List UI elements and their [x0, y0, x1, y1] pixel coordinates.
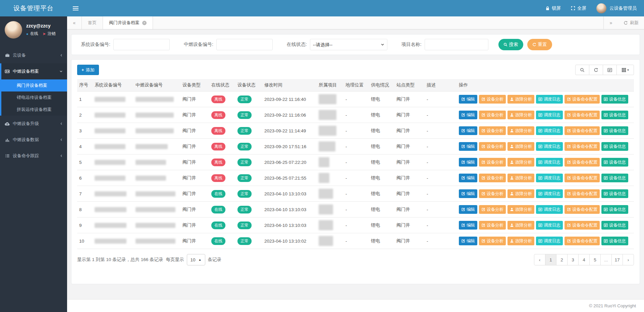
fault-analysis-button[interactable]: 故障分析 — [507, 142, 534, 151]
prev-page-button[interactable]: ‹ — [534, 254, 545, 265]
sidebar-subitem[interactable]: 锂电远传设备档案 — [1, 91, 67, 104]
toggle-view-button[interactable] — [603, 65, 617, 75]
fault-analysis-button[interactable]: 故障分析 — [507, 174, 534, 182]
dispatch-log-button[interactable]: 调度日志 — [536, 237, 563, 245]
search-button[interactable]: 搜索 — [498, 39, 523, 50]
device-analysis-button[interactable]: 设备分析 — [479, 221, 506, 230]
device-info-button[interactable]: 设备信息 — [601, 237, 628, 245]
device-analysis-button[interactable]: 设备分析 — [479, 174, 506, 182]
device-info-button[interactable]: 设备信息 — [601, 126, 628, 135]
device-info-button[interactable]: 设备信息 — [601, 221, 628, 230]
show-search-button[interactable] — [575, 65, 589, 75]
device-analysis-button[interactable]: 设备分析 — [479, 237, 506, 245]
page-size-select[interactable]: 10 ▲ — [187, 254, 205, 265]
edit-button[interactable]: 编辑 — [459, 237, 477, 245]
sidebar-subitem[interactable]: 拼装远传设备档案 — [1, 104, 67, 116]
hamburger-icon[interactable] — [67, 6, 84, 10]
sidebar-item[interactable]: 设备命令跟踪 — [0, 148, 67, 164]
dispatch-log-button[interactable]: 调度日志 — [536, 95, 563, 104]
logout-link[interactable]: 注销 — [48, 31, 56, 37]
user-menu[interactable]: 云设备管理员 — [596, 3, 637, 13]
device-command-config-button[interactable]: 设备命令配置 — [565, 158, 600, 167]
reset-button[interactable]: 重置 — [527, 39, 552, 50]
edit-button[interactable]: 编辑 — [459, 142, 477, 151]
online-state-select[interactable]: --请选择-- — [310, 39, 387, 50]
page-button[interactable]: 17 — [611, 254, 623, 265]
project-name-input[interactable] — [425, 39, 488, 50]
device-analysis-button[interactable]: 设备分析 — [479, 95, 506, 104]
device-analysis-button[interactable]: 设备分析 — [479, 158, 506, 167]
add-button[interactable]: + 添加 — [77, 65, 99, 75]
fault-analysis-button[interactable]: 故障分析 — [507, 189, 534, 198]
device-info-button[interactable]: 设备信息 — [601, 142, 628, 151]
dispatch-log-button[interactable]: 调度日志 — [536, 158, 563, 167]
device-analysis-button[interactable]: 设备分析 — [479, 205, 506, 214]
lock-screen-button[interactable]: 锁屏 — [545, 5, 561, 11]
device-info-button[interactable]: 设备信息 — [601, 95, 628, 104]
edit-button[interactable]: 编辑 — [459, 158, 477, 167]
zr-device-no-input[interactable] — [216, 39, 273, 50]
dispatch-log-button[interactable]: 调度日志 — [536, 111, 563, 119]
edit-button[interactable]: 编辑 — [459, 95, 477, 104]
page-button[interactable]: 5 — [589, 254, 601, 265]
edit-button[interactable]: 编辑 — [459, 111, 477, 119]
dispatch-log-button[interactable]: 调度日志 — [536, 205, 563, 214]
edit-button[interactable]: 编辑 — [459, 205, 477, 214]
page-button[interactable]: 3 — [567, 254, 579, 265]
dispatch-log-button[interactable]: 调度日志 — [536, 142, 563, 151]
sidebar-subitem[interactable]: 阀门井设备档案 — [1, 79, 67, 91]
device-command-config-button[interactable]: 设备命令配置 — [565, 126, 600, 135]
device-info-button[interactable]: 设备信息 — [601, 158, 628, 167]
device-command-config-button[interactable]: 设备命令配置 — [565, 189, 600, 198]
device-info-button[interactable]: 设备信息 — [601, 174, 628, 182]
scroll-tabs-right-button[interactable]: » — [603, 16, 618, 29]
fault-analysis-button[interactable]: 故障分析 — [507, 237, 534, 245]
fault-analysis-button[interactable]: 故障分析 — [507, 205, 534, 214]
dispatch-log-button[interactable]: 调度日志 — [536, 174, 563, 182]
device-analysis-button[interactable]: 设备分析 — [479, 126, 506, 135]
fault-analysis-button[interactable]: 故障分析 — [507, 95, 534, 104]
fault-analysis-button[interactable]: 故障分析 — [507, 158, 534, 167]
fault-analysis-button[interactable]: 故障分析 — [507, 111, 534, 119]
next-page-button[interactable]: › — [623, 254, 634, 265]
dispatch-log-button[interactable]: 调度日志 — [536, 189, 563, 198]
sidebar-item[interactable]: 云设备 — [0, 47, 67, 63]
fault-analysis-button[interactable]: 故障分析 — [507, 126, 534, 135]
device-command-config-button[interactable]: 设备命令配置 — [565, 142, 600, 151]
edit-button[interactable]: 编辑 — [459, 174, 477, 182]
dispatch-log-button[interactable]: 调度日志 — [536, 221, 563, 230]
device-command-config-button[interactable]: 设备命令配置 — [565, 221, 600, 230]
fullscreen-button[interactable]: 全屏 — [571, 5, 586, 11]
sidebar-item[interactable]: 中燃设备数据 — [0, 132, 67, 148]
device-info-button[interactable]: 设备信息 — [601, 111, 628, 119]
close-icon[interactable]: × — [142, 21, 147, 25]
tab-valve-well-archive[interactable]: 阀门井设备档案 × — [103, 16, 153, 29]
tab-home[interactable]: 首页 — [82, 16, 103, 29]
device-analysis-button[interactable]: 设备分析 — [479, 111, 506, 119]
cell-index: 3 — [77, 123, 93, 139]
device-command-config-button[interactable]: 设备命令配置 — [565, 237, 600, 245]
fault-analysis-button[interactable]: 故障分析 — [507, 221, 534, 230]
device-analysis-button[interactable]: 设备分析 — [479, 189, 506, 198]
device-info-button[interactable]: 设备信息 — [601, 189, 628, 198]
scroll-tabs-left-button[interactable]: « — [67, 16, 82, 29]
sidebar-item[interactable]: 中燃设备档案 — [1, 63, 67, 79]
device-info-button[interactable]: 设备信息 — [601, 205, 628, 214]
edit-button[interactable]: 编辑 — [459, 221, 477, 230]
page-button[interactable]: 2 — [556, 254, 568, 265]
columns-button[interactable]: ▾ — [616, 65, 634, 75]
device-analysis-button[interactable]: 设备分析 — [479, 142, 506, 151]
device-command-config-button[interactable]: 设备命令配置 — [565, 111, 600, 119]
refresh-tab-button[interactable]: 刷新 — [618, 16, 644, 29]
device-command-config-button[interactable]: 设备命令配置 — [565, 95, 600, 104]
system-device-no-input[interactable] — [113, 39, 170, 50]
edit-button[interactable]: 编辑 — [459, 189, 477, 198]
page-button[interactable]: 4 — [578, 254, 590, 265]
refresh-table-button[interactable] — [589, 65, 603, 75]
edit-button[interactable]: 编辑 — [459, 126, 477, 135]
device-command-config-button[interactable]: 设备命令配置 — [565, 205, 600, 214]
sidebar-item[interactable]: 中燃设备升级 — [0, 116, 67, 132]
page-button[interactable]: 1 — [545, 254, 556, 265]
dispatch-log-button[interactable]: 调度日志 — [536, 126, 563, 135]
device-command-config-button[interactable]: 设备命令配置 — [565, 174, 600, 182]
